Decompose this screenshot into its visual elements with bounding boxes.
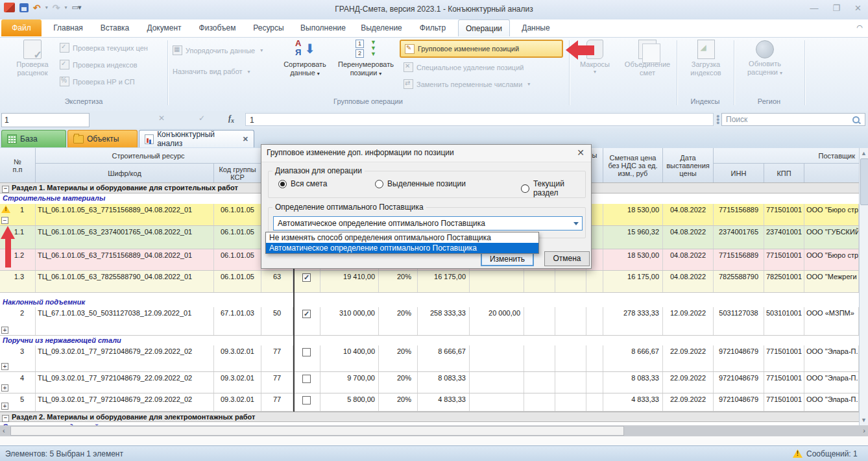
- maximize-button[interactable]: ❐: [832, 3, 840, 13]
- cell-date[interactable]: 22.09.2022: [663, 372, 714, 393]
- cell-y[interactable]: [586, 393, 603, 411]
- cell-inn[interactable]: 7715156889: [714, 204, 764, 225]
- cell-code[interactable]: ТЦ_06.1.01.05_63_7715156889_04.08.2022_0…: [36, 249, 214, 270]
- cell-date[interactable]: 04.08.2022: [663, 271, 714, 292]
- cell-grp[interactable]: 77: [261, 345, 293, 371]
- cell-p1[interactable]: 9 700,00: [320, 372, 379, 393]
- cell-e1[interactable]: [524, 393, 555, 411]
- undo-dropdown-icon[interactable]: ▾: [45, 5, 48, 10]
- cell-est[interactable]: 8 666,67: [603, 345, 663, 371]
- dropdown-option-1[interactable]: Не изменять способ определения оптимальн…: [266, 232, 538, 243]
- cell-p1[interactable]: 310 000,00: [320, 307, 379, 335]
- cell-kpp[interactable]: 237401001: [764, 226, 804, 249]
- tab-objects[interactable]: Объекты: [67, 130, 138, 147]
- cell-p2[interactable]: 8 666,67: [418, 345, 470, 371]
- search-icon[interactable]: [852, 116, 860, 123]
- cell-code[interactable]: ТЦ_09.3.02.01_77_9721048679_22.09.2022_0…: [36, 393, 214, 411]
- expand-row-icon[interactable]: +: [1, 363, 8, 370]
- ribbon-tab-7[interactable]: Выполнение: [296, 19, 350, 36]
- cell-grp[interactable]: 77: [261, 393, 293, 411]
- cell-inn[interactable]: 2374001765: [714, 226, 764, 249]
- cell-num[interactable]: 1.3: [0, 271, 36, 292]
- renumber-positions-button[interactable]: 12 ▼▼▼ Перенумеровать позиции▾: [333, 40, 398, 78]
- row-checkbox[interactable]: [302, 375, 311, 383]
- ribbon-tab-1[interactable]: Файл: [1, 19, 42, 36]
- cell-date[interactable]: 22.09.2022: [663, 393, 714, 411]
- vertical-scroll-thumb[interactable]: [860, 158, 868, 205]
- supplier-combobox[interactable]: Автоматическое определение оптимального …: [273, 216, 583, 230]
- cell-extra[interactable]: [470, 372, 524, 393]
- row-checkbox[interactable]: [302, 396, 311, 405]
- cell-code[interactable]: ТЦ_06.1.01.05_63_7825588790_04.08.2022_0…: [36, 271, 214, 292]
- cell-y[interactable]: [586, 345, 603, 371]
- dropdown-option-2[interactable]: Автоматическое определение оптимального …: [266, 243, 538, 253]
- cell-ksr[interactable]: 67.1.01.03: [214, 307, 261, 335]
- save-icon[interactable]: [19, 3, 29, 12]
- cell-y[interactable]: [586, 271, 603, 292]
- cell-extra[interactable]: [470, 393, 524, 411]
- group-row[interactable]: Наклонный подъемник: [0, 297, 868, 307]
- splitter-handle[interactable]: ●●●: [716, 115, 719, 125]
- cell-inn[interactable]: 9721048679: [714, 345, 764, 371]
- horizontal-scrollbar[interactable]: ‹ ›: [0, 425, 868, 436]
- cell-e1[interactable]: [524, 307, 555, 335]
- table-row[interactable]: 4ТЦ_09.3.02.01_77_9721048679_22.09.2022_…: [0, 372, 868, 393]
- cell-p2[interactable]: 4 833,33: [418, 393, 470, 411]
- cell-est[interactable]: 18 530,00: [603, 204, 663, 225]
- horizontal-scroll-thumb[interactable]: [10, 426, 624, 436]
- status-messages[interactable]: Сообщений: 1: [806, 449, 858, 458]
- cell-sup[interactable]: ООО "Элара-П.: [804, 372, 859, 393]
- cell-code[interactable]: ТЦ_06.1.01.05_63_7715156889_04.08.2022_0…: [36, 204, 214, 225]
- cell-inn[interactable]: 7825588790: [714, 271, 764, 292]
- cell-p2[interactable]: 16 175,00: [418, 271, 470, 292]
- cell-extra[interactable]: 20 000,00: [470, 307, 524, 335]
- cell-kpp[interactable]: 782501001: [764, 271, 804, 292]
- undo-icon[interactable]: ↶: [33, 3, 41, 12]
- ribbon-tab-9[interactable]: Фильтр: [413, 19, 453, 36]
- group-row[interactable]: Поручни из нержавеющей стали: [0, 336, 868, 345]
- cell-code[interactable]: ТЦ_09.3.02.01_77_9721048679_22.09.2022_0…: [36, 372, 214, 393]
- cell-kpp[interactable]: 503101001: [764, 307, 804, 335]
- collapse-row-icon[interactable]: −: [1, 217, 8, 224]
- cell-chk[interactable]: [293, 271, 320, 292]
- cell-chk[interactable]: [293, 372, 320, 393]
- ribbon-tab-3[interactable]: Вставка: [95, 19, 135, 36]
- cell-est[interactable]: 278 333,33: [603, 307, 663, 335]
- expand-row-icon[interactable]: +: [1, 403, 8, 410]
- collapse-ribbon-icon[interactable]: ◠: [856, 23, 863, 32]
- cell-ksr[interactable]: 06.1.01.05: [214, 226, 261, 249]
- row-checkbox[interactable]: [302, 273, 311, 282]
- cell-kpp[interactable]: 771501001: [764, 345, 804, 371]
- scroll-right-icon[interactable]: ›: [863, 427, 865, 434]
- cell-est[interactable]: 8 083,33: [603, 372, 663, 393]
- cell-kpp[interactable]: 771501001: [764, 204, 804, 225]
- cell-grp[interactable]: 77: [261, 372, 293, 393]
- ribbon-tab-5[interactable]: Физобъем: [193, 19, 241, 36]
- radio-1[interactable]: Вся смета: [278, 179, 327, 188]
- radio-dot-icon[interactable]: [278, 180, 287, 188]
- ribbon-tab-4[interactable]: Документ: [140, 19, 188, 36]
- cell-ksr[interactable]: 06.1.01.05: [214, 271, 261, 292]
- cell-inn[interactable]: 9721048679: [714, 372, 764, 393]
- cell-e1[interactable]: [524, 271, 555, 292]
- ribbon-tab-6[interactable]: Ресурсы: [247, 19, 291, 36]
- cell-vat[interactable]: 20%: [379, 307, 418, 335]
- cell-kpp[interactable]: 771501001: [764, 393, 804, 411]
- cell-sup[interactable]: ООО "ГУБСКИЙ: [804, 226, 859, 249]
- cell-p1[interactable]: 5 800,00: [320, 393, 379, 411]
- close-tab-icon[interactable]: ✕: [243, 135, 248, 143]
- ribbon-tab-8[interactable]: Выделение: [356, 19, 407, 36]
- radio-dot-icon[interactable]: [375, 180, 383, 188]
- cell-sup[interactable]: ООО «МЗПМ»: [804, 307, 859, 335]
- table-row[interactable]: 1.3ТЦ_06.1.01.05_63_7825588790_04.08.202…: [0, 271, 868, 293]
- scroll-up-icon[interactable]: ▲: [860, 150, 868, 156]
- table-row[interactable]: 2ТЦ_67.1.01.03_50_5031127038_12.09.2022_…: [0, 307, 868, 336]
- cell-e1[interactable]: [524, 372, 555, 393]
- search-input[interactable]: Поиск: [721, 113, 865, 126]
- cell-code[interactable]: ТЦ_67.1.01.03_50_5031127038_12.09.2022_0…: [36, 307, 214, 335]
- cell-p1[interactable]: 10 400,00: [320, 345, 379, 371]
- ribbon-tab-11[interactable]: Данные: [515, 19, 557, 36]
- cell-e2[interactable]: [555, 345, 586, 371]
- minimize-button[interactable]: —: [810, 3, 818, 13]
- cell-e2[interactable]: [555, 271, 586, 292]
